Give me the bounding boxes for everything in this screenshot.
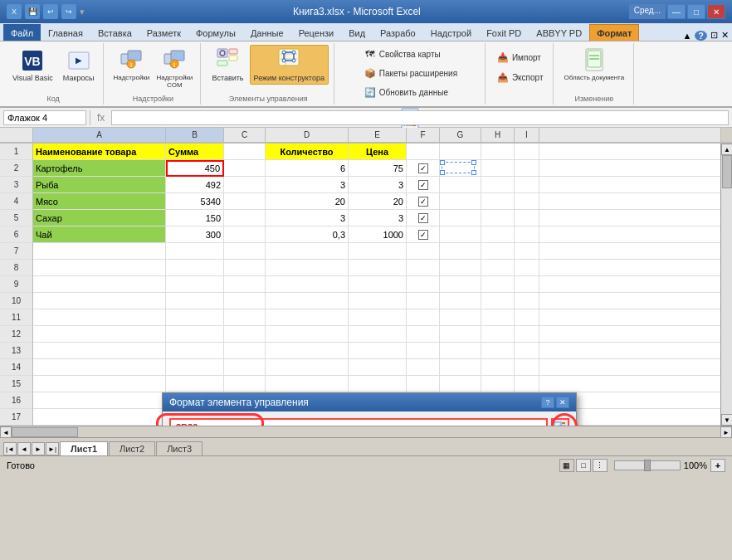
vertical-scrollbar[interactable]: ▲ ▼ [720, 144, 732, 426]
zoom-slider[interactable] [614, 460, 681, 470]
col-header-f[interactable]: F [407, 128, 440, 143]
dialog-collapse-btn[interactable] [551, 418, 569, 426]
import-btn[interactable]: 📥 Импорт [492, 48, 545, 66]
tab-abbyy[interactable]: ABBYY PD [529, 24, 589, 41]
cell-f9[interactable] [407, 276, 440, 293]
cell-e1[interactable]: Цена [349, 144, 407, 160]
insert-control-btn[interactable]: Вставить [207, 45, 247, 85]
cell-i13[interactable] [515, 343, 539, 359]
cell-e14[interactable] [349, 359, 407, 376]
cell-b4[interactable]: 5340 [166, 193, 224, 210]
cell-f11[interactable] [407, 309, 440, 326]
zoom-thumb[interactable] [644, 460, 651, 471]
cell-h12[interactable] [481, 326, 515, 343]
tab-foxit[interactable]: Foxit PD [479, 24, 529, 41]
question-icon[interactable]: ? [695, 31, 707, 41]
cell-a2[interactable]: Картофель [33, 160, 166, 177]
sheet-first-btn[interactable]: |◄ [3, 442, 17, 455]
row-num-4[interactable]: 4 [0, 193, 32, 210]
cell-b12[interactable] [166, 326, 224, 343]
cell-i5[interactable] [515, 210, 539, 226]
addins-btn[interactable]: ! Надстройки [110, 45, 152, 84]
col-header-h[interactable]: H [481, 128, 515, 143]
cell-i11[interactable] [515, 309, 539, 326]
cell-h13[interactable] [481, 343, 515, 359]
page-layout-btn[interactable]: □ [576, 459, 591, 472]
col-header-d[interactable]: D [266, 128, 349, 143]
cell-i14[interactable] [515, 359, 539, 376]
cell-f10[interactable] [407, 293, 440, 309]
cell-h11[interactable] [481, 309, 515, 326]
cell-c2[interactable] [224, 160, 266, 177]
cell-a1[interactable]: Наименование товара [33, 144, 166, 160]
cell-i6[interactable] [515, 226, 539, 243]
cell-d10[interactable] [266, 293, 349, 309]
redo-quick-btn[interactable]: ↪ [61, 4, 76, 19]
cell-f5[interactable] [407, 210, 440, 226]
cell-g13[interactable] [440, 343, 481, 359]
cell-h9[interactable] [481, 276, 515, 293]
cell-e3[interactable]: 3 [349, 177, 407, 193]
cell-f8[interactable] [407, 260, 440, 276]
cell-h5[interactable] [481, 210, 515, 226]
sheet-last-btn[interactable]: ►| [46, 442, 59, 455]
cell-e15[interactable] [349, 376, 407, 392]
cell-d7[interactable] [266, 243, 349, 260]
maximize-btn[interactable]: □ [687, 4, 705, 19]
cell-c13[interactable] [224, 343, 266, 359]
cell-h8[interactable] [481, 260, 515, 276]
cell-b14[interactable] [166, 359, 224, 376]
sheet-tab-2[interactable]: Лист2 [109, 441, 155, 455]
cell-a7[interactable] [33, 243, 166, 260]
cell-d5[interactable]: 3 [266, 210, 349, 226]
cell-d8[interactable] [266, 260, 349, 276]
tab-data[interactable]: Данные [243, 24, 291, 41]
row-num-14[interactable]: 14 [0, 359, 32, 376]
cell-f13[interactable] [407, 343, 440, 359]
row-num-2[interactable]: 2 [0, 160, 32, 177]
cell-c15[interactable] [224, 376, 266, 392]
tab-view[interactable]: Вид [341, 24, 373, 41]
cell-e5[interactable]: 3 [349, 210, 407, 226]
cell-d2[interactable]: 6 [266, 160, 349, 177]
cell-a10[interactable] [33, 293, 166, 309]
cell-c9[interactable] [224, 276, 266, 293]
cell-h3[interactable] [481, 177, 515, 193]
cell-a11[interactable] [33, 309, 166, 326]
refresh-data-btn[interactable]: 🔄 Обновить данные [359, 83, 452, 101]
checkbox-f3[interactable] [418, 180, 428, 190]
row-num-15[interactable]: 15 [0, 376, 32, 392]
cell-f6[interactable] [407, 226, 440, 243]
cell-e2[interactable]: 75 [349, 160, 407, 177]
sheet-prev-btn[interactable]: ◄ [17, 442, 31, 455]
row-num-9[interactable]: 9 [0, 276, 32, 293]
cell-b9[interactable] [166, 276, 224, 293]
com-addins-btn[interactable]: ! Надстройки COM [154, 45, 195, 91]
cell-h14[interactable] [481, 359, 515, 376]
sheet-tab-1[interactable]: Лист1 [60, 441, 108, 455]
zoom-in-btn[interactable]: + [710, 459, 725, 472]
h-scroll-thumb[interactable] [12, 427, 78, 437]
cell-d3[interactable]: 3 [266, 177, 349, 193]
row-num-16[interactable]: 16 [0, 392, 32, 409]
cell-b2[interactable]: 450 [166, 160, 224, 177]
cell-d6[interactable]: 0,3 [266, 226, 349, 243]
visual-basic-btn[interactable]: VB Visual Basic [8, 45, 57, 85]
tab-format[interactable]: Формат [589, 24, 639, 41]
cell-g4[interactable] [440, 193, 481, 210]
doc-area-btn[interactable]: Область документа [560, 45, 629, 84]
close-ribbon-icon[interactable]: ✕ [721, 30, 729, 41]
minimize-btn[interactable]: — [667, 4, 686, 19]
cell-d14[interactable] [266, 359, 349, 376]
row-num-3[interactable]: 3 [0, 177, 32, 193]
cell-a6[interactable]: Чай [33, 226, 166, 243]
checkbox-f5[interactable] [418, 213, 428, 223]
cell-i12[interactable] [515, 326, 539, 343]
cell-g1[interactable] [440, 144, 481, 160]
cell-i9[interactable] [515, 276, 539, 293]
macros-btn[interactable]: ▶ Макросы [59, 45, 99, 85]
extension-packages-btn[interactable]: 📦 Пакеты расширения [359, 64, 461, 82]
normal-view-btn[interactable]: ▦ [559, 459, 574, 472]
col-header-c[interactable]: C [224, 128, 266, 143]
cell-g9[interactable] [440, 276, 481, 293]
